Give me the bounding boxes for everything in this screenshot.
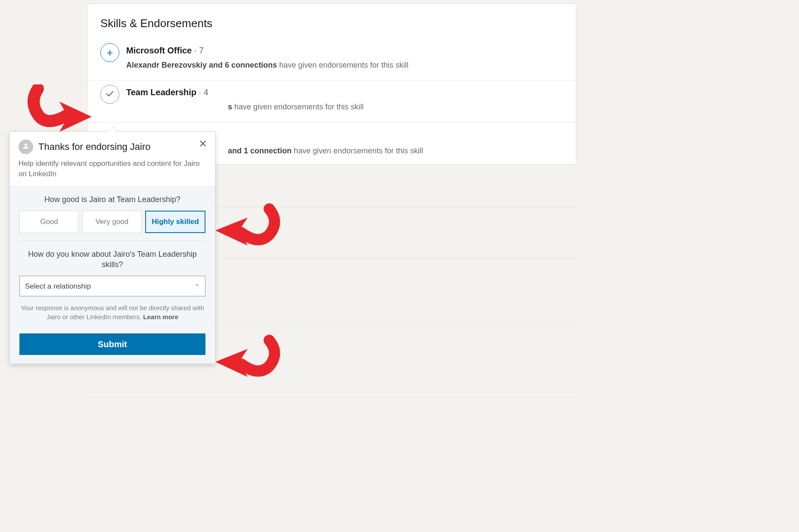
skill-name[interactable]: Microsoft Office [126, 46, 192, 55]
skill-endorsement-description: Alexandr Berezovskiy and 6 connections h… [126, 61, 563, 70]
submit-button[interactable]: Submit [19, 333, 205, 355]
disclaimer-text: Your response is anonymous and will not … [19, 303, 205, 321]
skill-name[interactable]: Team Leadership [126, 87, 196, 97]
person-icon [22, 142, 30, 152]
skill-row: + Microsoft Office · 7 Alexandr Berezovs… [87, 39, 576, 81]
relationship-question: How do you know about Jairo's Team Leade… [19, 249, 205, 270]
relationship-select[interactable]: Select a relationship [19, 276, 205, 296]
section-title: Skills & Endorsements [87, 17, 576, 39]
endorsement-popover: Thanks for endorsing Jairo Help identify… [9, 131, 215, 364]
popover-title: Thanks for endorsing Jairo [38, 141, 150, 152]
option-very-good[interactable]: Very good [82, 211, 142, 233]
skill-level-question: How good is Jairo at Team Leadership? [19, 194, 205, 205]
skill-count: · 4 [199, 87, 208, 97]
option-good[interactable]: Good [19, 211, 79, 233]
learn-more-link[interactable]: Learn more [143, 313, 178, 320]
endorse-button[interactable]: + [100, 43, 119, 62]
endorsed-button[interactable] [100, 85, 119, 104]
check-icon [105, 89, 115, 100]
skill-endorsement-description: s have given endorsements for this skill [126, 103, 563, 112]
close-button[interactable]: ✕ [199, 139, 207, 149]
close-icon: ✕ [199, 138, 207, 149]
option-highly-skilled[interactable]: Highly skilled [145, 211, 205, 233]
skill-level-options: Good Very good Highly skilled [19, 211, 205, 241]
plus-icon: + [106, 47, 113, 58]
skill-count: · 7 [194, 46, 204, 55]
skill-row: Team Leadership · 4 s have given endorse… [87, 81, 576, 122]
avatar [19, 140, 33, 154]
popover-subtitle: Help identify relevant opportunities and… [19, 159, 206, 179]
